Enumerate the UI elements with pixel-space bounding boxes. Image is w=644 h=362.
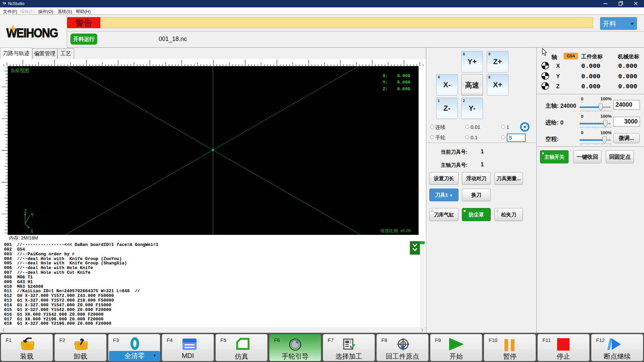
svg-text:Y: Y xyxy=(31,212,34,218)
svg-text:Z: Z xyxy=(24,209,27,214)
svg-text:0.000: 0.000 xyxy=(397,73,410,79)
svg-text:缩放比例: x0.05: 缩放比例: x0.05 xyxy=(380,228,411,233)
svg-text:X: X xyxy=(31,229,34,234)
svg-text:0.000: 0.000 xyxy=(397,87,410,92)
svg-text:东南视图: 东南视图 xyxy=(10,68,29,73)
svg-text:Z:: Z: xyxy=(383,87,388,92)
svg-text:Y:: Y: xyxy=(383,80,388,85)
svg-text:0.000: 0.000 xyxy=(397,80,410,85)
svg-text:X:: X: xyxy=(383,73,388,79)
